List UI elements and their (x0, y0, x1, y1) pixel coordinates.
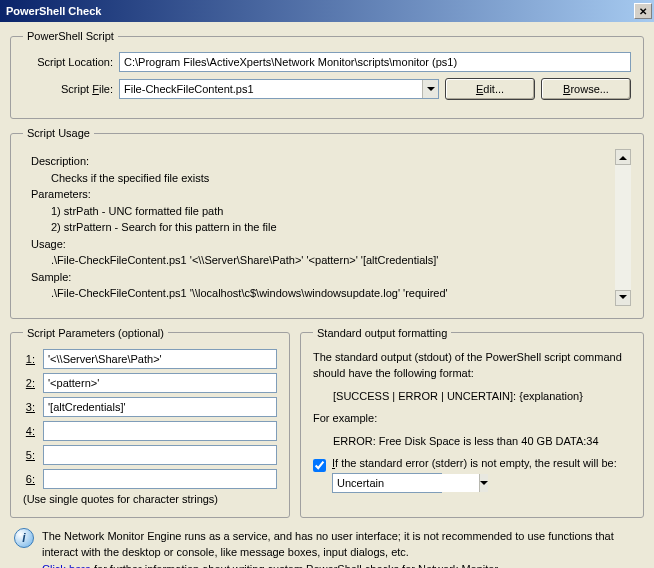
stdout-legend: Standard output formatting (313, 327, 451, 339)
stderr-label: If the standard error (stderr) is not em… (332, 457, 617, 469)
group-legend: PowerShell Script (23, 30, 118, 42)
stderr-checkbox[interactable] (313, 459, 326, 472)
edit-button[interactable]: Edit... (445, 78, 535, 100)
powershell-script-group: PowerShell Script Script Location: Scrip… (10, 30, 644, 119)
param-label-1: 1: (23, 353, 35, 365)
info-text: The Network Monitor Engine runs as a ser… (42, 528, 640, 569)
param-input-2[interactable] (43, 373, 277, 393)
param-label-4: 4: (23, 425, 35, 437)
script-file-label: Script File: (23, 83, 113, 95)
param-input-3[interactable] (43, 397, 277, 417)
script-location-field (119, 52, 631, 72)
params-label: Parameters: (31, 186, 611, 203)
desc-text: Checks if the specified file exists (51, 170, 611, 187)
usage-scrollbar[interactable] (615, 149, 631, 306)
sample-label: Sample: (31, 269, 611, 286)
script-usage-group: Script Usage Description: Checks if the … (10, 127, 644, 319)
chevron-down-icon[interactable] (479, 474, 488, 492)
info-link1-post: for further information about writing cu… (91, 563, 501, 569)
script-location-label: Script Location: (23, 56, 113, 68)
stderr-result-combobox[interactable] (332, 473, 442, 493)
scroll-up-icon[interactable] (615, 149, 631, 165)
titlebar[interactable]: PowerShell Check ✕ (0, 0, 654, 22)
script-file-combobox[interactable] (119, 79, 439, 99)
param-input-5[interactable] (43, 445, 277, 465)
info-line1: The Network Monitor Engine runs as a ser… (42, 528, 640, 561)
usage-content: Description: Checks if the specified fil… (23, 149, 631, 306)
script-parameters-group: Script Parameters (optional) 1: 2: 3: 4:… (10, 327, 290, 518)
param-input-6[interactable] (43, 469, 277, 489)
stdout-line2: [SUCCESS | ERROR | UNCERTAIN]: {explanat… (333, 388, 631, 405)
params-note: (Use single quotes for character strings… (23, 493, 277, 505)
params-legend: Script Parameters (optional) (23, 327, 168, 339)
usage-label: Usage: (31, 236, 611, 253)
window-body: PowerShell Script Script Location: Scrip… (0, 22, 654, 568)
stdout-formatting-group: Standard output formatting The standard … (300, 327, 644, 518)
desc-label: Description: (31, 153, 611, 170)
param-label-2: 2: (23, 377, 35, 389)
stderr-result-input[interactable] (333, 474, 479, 492)
param-label-6: 6: (23, 473, 35, 485)
info-icon (14, 528, 34, 548)
param-label-5: 5: (23, 449, 35, 461)
close-button[interactable]: ✕ (634, 3, 652, 19)
stdout-line4: ERROR: Free Disk Space is less than 40 G… (333, 433, 631, 450)
stdout-line3: For example: (313, 410, 631, 427)
usage-legend: Script Usage (23, 127, 94, 139)
param2-text: 2) strPattern - Search for this pattern … (51, 219, 611, 236)
browse-button[interactable]: Browse... (541, 78, 631, 100)
chevron-down-icon[interactable] (422, 80, 438, 98)
sample-text: .\File-CheckFileContent.ps1 '\\localhost… (51, 285, 611, 302)
stdout-line1: The standard output (stdout) of the Powe… (313, 349, 631, 382)
param1-text: 1) strPath - UNC formatted file path (51, 203, 611, 220)
param-input-1[interactable] (43, 349, 277, 369)
window-title: PowerShell Check (6, 5, 634, 17)
script-file-input[interactable] (120, 80, 422, 98)
info-link1[interactable]: Click here (42, 563, 91, 569)
scroll-down-icon[interactable] (615, 290, 631, 306)
usage-text: .\File-CheckFileContent.ps1 '<\\Server\S… (51, 252, 611, 269)
param-label-3: 3: (23, 401, 35, 413)
param-input-4[interactable] (43, 421, 277, 441)
